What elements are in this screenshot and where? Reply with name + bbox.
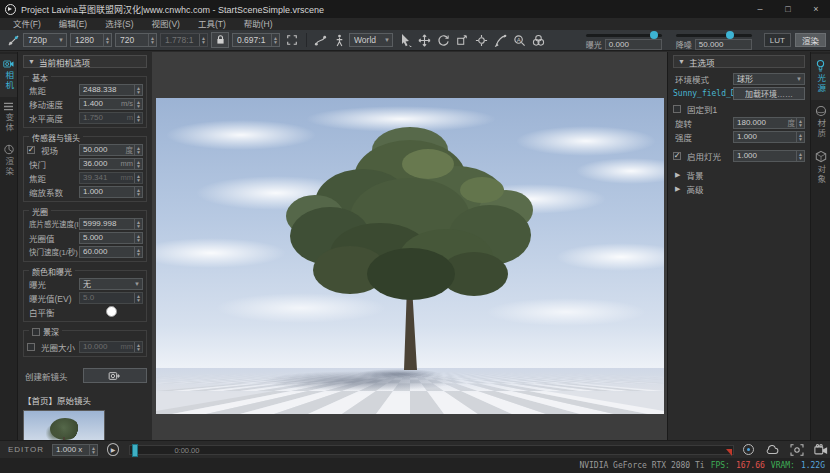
stepper-arrows[interactable]: ▲▼ (134, 85, 142, 95)
iso-field[interactable]: 5999.998▲▼ (79, 218, 143, 230)
focus-distance-field[interactable]: 2488.338▲▼ (79, 84, 143, 96)
playhead[interactable] (132, 444, 138, 457)
zoom-region-tool[interactable]: A (510, 32, 528, 48)
menu-tools[interactable]: 工具(T) (189, 18, 235, 30)
fov-checkbox[interactable]: ✓ (27, 146, 35, 154)
exposure-mode-select[interactable]: 无▼ (79, 278, 143, 290)
chevron-down-icon: ▼ (382, 37, 392, 43)
fullscreen-icon[interactable] (283, 32, 301, 48)
environment-panel-header[interactable]: ▼ 主选项 (673, 55, 805, 68)
intensity-field[interactable]: 1.000▲▼ (733, 131, 805, 143)
fix-to-checkbox[interactable] (673, 105, 681, 113)
snapshot-button[interactable] (787, 442, 806, 458)
use-lights-field[interactable]: 1.000▲▼ (733, 150, 805, 162)
transform-space-select[interactable]: World▼ (349, 33, 393, 47)
render-button[interactable]: 渲染 (795, 33, 826, 47)
lut-button[interactable]: LUT (764, 33, 791, 47)
exposure-slider-knob[interactable] (650, 31, 658, 39)
background-section-row[interactable]: ▶ 背景 (673, 168, 805, 181)
playback-speed-field[interactable]: 1.000 x ▲▼ (52, 444, 98, 456)
pick-focus-tool[interactable] (491, 32, 509, 48)
film-gate-field[interactable]: 36.000mm▲▼ (79, 158, 143, 170)
chevron-down-icon: ▼ (794, 76, 804, 82)
tab-lights[interactable]: 光源 (811, 54, 830, 100)
resolution-height-field[interactable]: 720▲▼ (115, 33, 157, 47)
resolution-preset-select[interactable]: 720p▼ (23, 33, 67, 47)
f-number-field[interactable]: 5.000▲▼ (79, 232, 143, 244)
stepper-arrows[interactable]: ▲▼ (134, 145, 142, 155)
menu-select[interactable]: 选择(S) (96, 18, 142, 30)
aperture-size-checkbox[interactable] (27, 343, 35, 351)
viewport-ratio-field[interactable]: 0.697:1▲▼ (232, 33, 280, 47)
denoise-value-field[interactable]: 50.000 (695, 39, 752, 50)
close-button[interactable]: × (802, 0, 830, 18)
stepper-arrows[interactable]: ▲▼ (134, 99, 142, 109)
render-animation-button[interactable] (811, 442, 830, 458)
denoise-slider-knob[interactable] (726, 31, 734, 39)
walk-mode-tool[interactable] (330, 32, 348, 48)
menu-bar: 文件(F) 编辑(E) 选择(S) 视图(V) 工具(T) 帮助(H) (0, 18, 830, 30)
timeline-track[interactable]: 0:00.00 (129, 445, 734, 455)
viewport[interactable] (152, 52, 667, 440)
tab-camera[interactable]: 相机 (0, 54, 17, 97)
dof-checkbox[interactable] (32, 328, 40, 336)
camera-thumbnail[interactable] (23, 410, 105, 440)
white-balance-swatch[interactable] (106, 306, 117, 317)
scale-tool[interactable] (453, 32, 471, 48)
exposure-slider[interactable] (586, 34, 662, 37)
camera-path-tool[interactable] (311, 32, 329, 48)
environment-mode-select[interactable]: 球形▼ (733, 73, 805, 85)
stepper-arrows[interactable]: ▲▼ (271, 34, 279, 46)
menu-view[interactable]: 视图(V) (143, 18, 189, 30)
menu-help[interactable]: 帮助(H) (235, 18, 282, 30)
cloud-render-button[interactable] (763, 442, 782, 458)
fov-field[interactable]: 50.000度▲▼ (79, 144, 143, 156)
tab-materials[interactable]: 材质 (811, 100, 830, 145)
denoise-slider[interactable] (676, 34, 752, 37)
camera-panel-header[interactable]: ▼ 当前相机选项 (23, 55, 147, 68)
play-button[interactable]: ▶ (107, 443, 119, 456)
follow-playhead-toggle[interactable] (739, 442, 758, 458)
exposure-value-field[interactable]: 0.000 (605, 39, 662, 50)
shutter-speed-field[interactable]: 60.000▲▼ (79, 246, 143, 258)
select-tool[interactable] (396, 32, 414, 48)
maximize-button[interactable]: □ (774, 0, 802, 18)
advanced-section-row[interactable]: ▶ 高级 (673, 182, 805, 195)
stepper-arrows[interactable]: ▲▼ (148, 34, 156, 46)
framing-guides-icon[interactable] (4, 32, 22, 48)
create-camera-button[interactable] (83, 368, 147, 383)
move-speed-field[interactable]: 1.400m/s▲▼ (79, 98, 143, 110)
stepper-arrows[interactable]: ▲▼ (134, 187, 142, 197)
move-tool[interactable] (415, 32, 433, 48)
stepper-arrows[interactable]: ▲▼ (89, 445, 97, 455)
use-lights-checkbox[interactable]: ✓ (673, 152, 681, 160)
load-environment-button[interactable]: 加载环境…… (733, 87, 805, 100)
resolution-width-field[interactable]: 1280▲▼ (70, 33, 112, 47)
camera-list-item[interactable]: 【首页】原始镜头 (23, 394, 147, 406)
look-at-tool[interactable] (472, 32, 490, 48)
stepper-arrows[interactable]: ▲▼ (134, 159, 142, 169)
rotate-tool[interactable] (434, 32, 452, 48)
group-sensor-lens: 传感器与镜头 ✓ 视场 50.000度▲▼ 快门 36.000mm▲▼ 焦距 3… (23, 136, 147, 202)
rotation-field[interactable]: 180.000度▲▼ (733, 117, 805, 129)
stepper-arrows[interactable]: ▲▼ (796, 151, 804, 161)
minimize-button[interactable]: – (746, 0, 774, 18)
menu-file[interactable]: 文件(F) (4, 18, 50, 30)
stepper-arrows[interactable]: ▲▼ (134, 233, 142, 243)
hdr-file-link[interactable]: Sunny_field_D.hdr (673, 89, 733, 98)
range-end-marker[interactable] (726, 449, 732, 456)
render-view[interactable] (156, 98, 664, 414)
tab-objects[interactable]: 对象 (811, 145, 830, 191)
menu-edit[interactable]: 编辑(E) (50, 18, 96, 30)
zoom-factor-field[interactable]: 1.000▲▼ (79, 186, 143, 198)
lock-aspect-button[interactable] (211, 32, 229, 48)
stepper-arrows[interactable]: ▲▼ (796, 118, 804, 128)
tab-render[interactable]: 渲染 (0, 139, 17, 183)
color-correction-tool[interactable] (529, 32, 547, 48)
stepper-arrows[interactable]: ▲▼ (103, 34, 111, 46)
tab-variants[interactable]: 变体 (0, 97, 17, 139)
setting-row: 移动速度 1.400m/s▲▼ (27, 97, 143, 110)
stepper-arrows[interactable]: ▲▼ (796, 132, 804, 142)
stepper-arrows[interactable]: ▲▼ (134, 247, 142, 257)
stepper-arrows[interactable]: ▲▼ (134, 219, 142, 229)
